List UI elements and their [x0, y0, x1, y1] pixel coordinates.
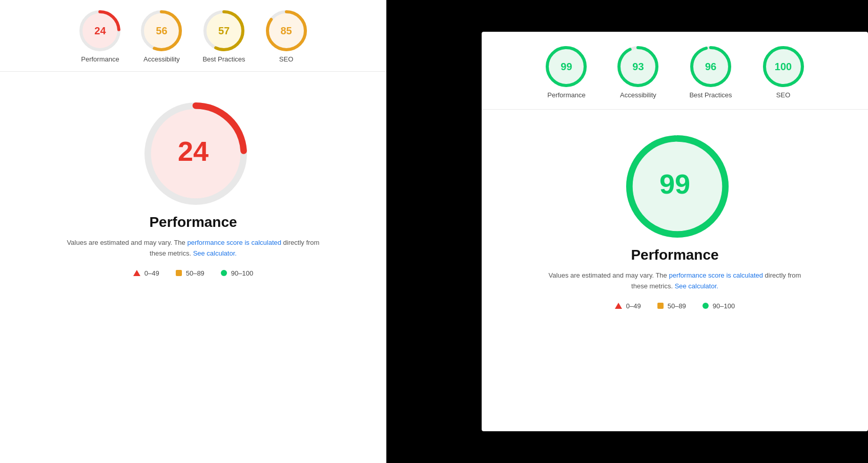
- score-item-best-practices: 96Best Practices: [689, 46, 732, 99]
- score-label-accessibility: Accessibility: [143, 55, 180, 63]
- score-label-performance: Performance: [81, 55, 119, 63]
- left-panel: 24Performance 56Accessibility 57Best Pra…: [0, 0, 386, 463]
- score-item-performance: 99Performance: [546, 46, 587, 99]
- score-circle-performance: 24: [79, 10, 120, 51]
- legend-low-label: 0–49: [144, 269, 159, 277]
- score-number-accessibility: 56: [156, 25, 167, 37]
- score-circle-seo: 85: [266, 10, 307, 51]
- legend-high-label: 90–100: [713, 302, 735, 310]
- score-item-accessibility: 56Accessibility: [141, 10, 182, 63]
- score-number-best-practices: 57: [218, 25, 230, 37]
- right-main-title: Performance: [631, 247, 718, 263]
- score-number-seo: 85: [280, 25, 292, 37]
- score-circle-accessibility: 93: [617, 46, 658, 87]
- score-number-best-practices: 96: [705, 61, 716, 73]
- score-item-performance: 24Performance: [79, 10, 120, 63]
- score-circle-best-practices: 57: [203, 10, 244, 51]
- right-legend: 0–4950–8990–100: [615, 302, 735, 310]
- left-top-scores: 24Performance 56Accessibility 57Best Pra…: [0, 0, 386, 72]
- score-label-best-practices: Best Practices: [689, 91, 732, 99]
- legend-high-label: 90–100: [231, 269, 253, 277]
- center-gauge-number: 99: [659, 168, 690, 200]
- score-number-performance: 99: [561, 61, 572, 73]
- score-label-seo: SEO: [776, 91, 790, 99]
- legend-item-high: 90–100: [702, 302, 735, 310]
- right-top-scores: 99Performance 93Accessibility 96Best Pra…: [482, 32, 868, 110]
- desc-link2[interactable]: See calculator.: [675, 282, 718, 290]
- right-panel: 99Performance 93Accessibility 96Best Pra…: [482, 32, 868, 431]
- desc-link1[interactable]: performance score is calculated: [669, 271, 763, 279]
- score-label-accessibility: Accessibility: [620, 91, 656, 99]
- legend-mid-label: 50–89: [186, 269, 204, 277]
- legend-circle-icon: [702, 303, 709, 309]
- legend-item-low: 0–49: [133, 269, 159, 277]
- left-legend: 0–4950–8990–100: [133, 269, 253, 277]
- legend-triangle-icon: [133, 270, 140, 276]
- score-label-seo: SEO: [279, 55, 293, 63]
- legend-square-icon: [176, 270, 182, 276]
- left-main-title: Performance: [149, 214, 237, 230]
- legend-circle-icon: [221, 270, 227, 276]
- desc-link1[interactable]: performance score is calculated: [187, 239, 281, 246]
- score-circle-accessibility: 56: [141, 10, 182, 51]
- legend-low-label: 0–49: [626, 302, 641, 310]
- legend-item-mid: 50–89: [657, 302, 686, 310]
- desc-text1: Values are estimated and may vary. The: [67, 239, 188, 246]
- score-circle-performance: 99: [546, 46, 587, 87]
- score-item-seo: 85SEO: [266, 10, 307, 63]
- desc-link2[interactable]: See calculator.: [193, 249, 237, 257]
- score-circle-best-practices: 96: [690, 46, 731, 87]
- legend-item-high: 90–100: [221, 269, 253, 277]
- legend-item-mid: 50–89: [176, 269, 204, 277]
- left-description: Values are estimated and may vary. The p…: [65, 238, 321, 259]
- legend-item-low: 0–49: [615, 302, 641, 310]
- score-item-accessibility: 93Accessibility: [617, 46, 658, 99]
- score-item-best-practices: 57Best Practices: [202, 10, 245, 63]
- right-description: Values are estimated and may vary. The p…: [547, 270, 803, 292]
- score-number-seo: 100: [775, 61, 792, 73]
- score-item-seo: 100SEO: [763, 46, 804, 99]
- right-center-gauge: 99: [626, 135, 724, 233]
- legend-triangle-icon: [615, 303, 622, 309]
- score-number-performance: 24: [94, 25, 106, 37]
- score-label-performance: Performance: [547, 91, 585, 99]
- score-circle-seo: 100: [763, 46, 804, 87]
- legend-mid-label: 50–89: [668, 302, 686, 310]
- legend-square-icon: [657, 303, 664, 309]
- desc-text1: Values are estimated and may vary. The: [549, 271, 669, 279]
- score-number-accessibility: 93: [632, 61, 644, 73]
- left-center-gauge: 24: [144, 102, 242, 200]
- center-gauge-number: 24: [178, 135, 209, 167]
- score-label-best-practices: Best Practices: [202, 55, 245, 63]
